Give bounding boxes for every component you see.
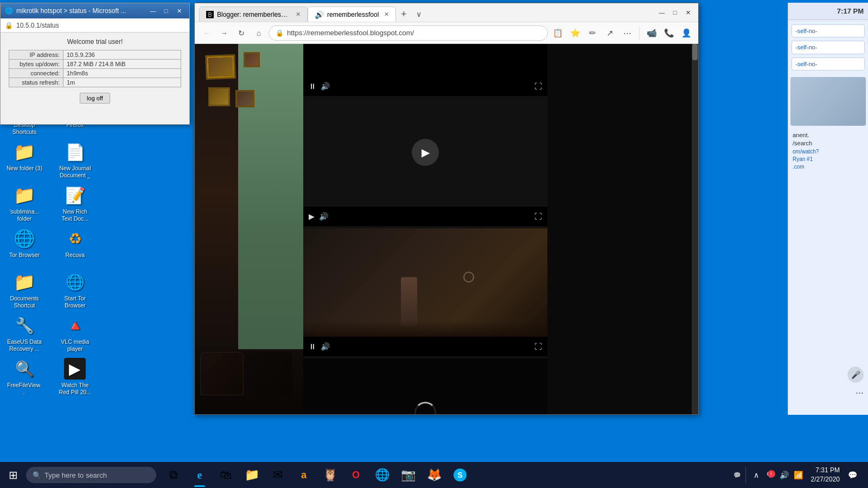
notification-center-button[interactable]: 💬 [846,469,858,481]
tor-browser-icon: 🌐 [14,228,35,249]
swirl [463,272,474,282]
read-mode-button[interactable]: 📋 [550,25,565,41]
tab-remember-label: rememberlessfool [327,11,379,18]
left-dark-area [195,44,303,414]
phone-button[interactable]: 📞 [661,25,676,41]
collections-button[interactable]: ✏ [585,25,600,41]
bytes-row: bytes up/down: 187.2 MiB / 214.8 MiB [9,60,181,69]
desktop-icon-vlc[interactable]: 🔺 VLC media player [56,312,94,355]
maximize-button[interactable]: □ [160,6,172,16]
taskbar-search[interactable]: 🔍 Type here to search [26,467,156,483]
taskbar-app-browser-unknown[interactable]: 🌐 [369,462,395,488]
desktop-icon-recuva[interactable]: ♻ Recuva [56,225,94,268]
taskbar-clock[interactable]: 7:31 PM 2/27/2020 [807,466,844,484]
taskbar-app-files[interactable]: 📁 [239,462,265,488]
video-call-button[interactable]: 📹 [644,25,659,41]
browser-minimize-button[interactable]: — [656,8,668,17]
bytes-value: 187.2 MiB / 214.8 MiB [63,60,181,69]
pause-btn-3[interactable]: ⏸ [309,342,316,351]
tray-volume[interactable]: 🔊 [778,469,790,481]
settings-button[interactable]: ⋯ [620,25,635,41]
profile-button[interactable]: 👤 [679,25,694,41]
fullscreen-btn-1[interactable]: ⛶ [534,82,542,91]
taskbar-app-store[interactable]: 🛍 [213,462,239,488]
desktop-icon-watch-red-pill[interactable]: ▶ Watch The Red Pill 20... [56,355,94,399]
taskbar-app-tripadvisor[interactable]: 🦉 [317,462,343,488]
browser-close-button[interactable]: ✕ [682,8,694,17]
video-player-2: ▶ ▶ 🔊 ⛶ [303,98,547,226]
tor-browser-label: Tor Browser [9,252,40,259]
home-button[interactable]: ⌂ [251,25,266,41]
freefileview-icon: 🔍 [14,358,35,380]
minimize-button[interactable]: — [147,6,159,16]
start-button[interactable]: ⊞ [0,462,26,488]
new-tab-button[interactable]: + [396,7,411,22]
chair-right [244,352,292,395]
taskbar-app-camera[interactable]: 📷 [395,462,421,488]
windows-icon: ⊞ [9,468,18,481]
sidebar-text-search: /search [793,139,864,147]
refresh-button[interactable]: ↻ [234,25,249,41]
tab-overflow-button[interactable]: ∨ [411,7,426,22]
mic-button[interactable]: 🎤 [847,367,864,383]
tray-show-more[interactable]: ∧ [750,469,762,481]
mikrotik-content: Welcome trial user! IP address: 10.5.9.2… [1,33,189,109]
tray-security[interactable]: 🛡 ! [764,469,776,481]
fullscreen-btn-2[interactable]: ⛶ [534,212,542,221]
desktop-icon-sublimina[interactable]: 📁 'sublimina... folder [5,182,43,225]
toolbar-separator [639,27,640,40]
taskbar-app-edge[interactable]: e [187,462,213,488]
browser-maximize-button[interactable]: □ [669,8,681,17]
play-btn-2[interactable]: ▶ [309,212,315,221]
taskbar: ⊞ 🔍 Type here to search ⧉ e 🛍 📁 ✉ a [0,462,868,488]
connected-value: 1h9m8s [63,69,181,78]
volume-btn-3[interactable]: 🔊 [321,342,330,351]
mikrotik-status-window: 🌐 mikrotik hotspot > status - Microsoft … [0,3,190,125]
taskview-icon: ⧉ [169,468,178,482]
more-options-button[interactable]: ··· [856,387,864,399]
tab-blogger[interactable]: 🅱 Blogger: rememberlessfool ✕ [199,7,308,22]
freefileview-label: FreeFileView... [7,382,42,395]
desktop-icon-new-rich-text[interactable]: 📝 New Rich Text Doc... [56,182,94,225]
desktop-icon-tor-browser[interactable]: 🌐 Tor Browser [5,225,43,268]
close-button[interactable]: ✕ [173,6,185,16]
desktop-icon-easeus[interactable]: 🔧 EaseUS Data Recovery ... [5,312,43,355]
share-button[interactable]: ↗ [602,25,617,41]
video-controls-3: ⏸ 🔊 ⛶ [303,337,547,356]
back-button[interactable]: ← [199,25,214,41]
tray-separator [745,467,746,483]
desktop-icon-new-folder-3[interactable]: 📁 New folder (3) [5,138,43,182]
amazon-icon: a [301,470,307,481]
taskbar-app-skype[interactable]: S [447,462,473,488]
volume-btn-1[interactable]: 🔊 [321,82,330,91]
taskbar-apps: ⧉ e 🛍 📁 ✉ a 🦉 O 🌐 [161,462,473,488]
taskbar-app-taskview[interactable]: ⧉ [161,462,187,488]
pause-btn-1[interactable]: ⏸ [309,82,316,91]
play-overlay-2[interactable]: ▶ [412,139,439,166]
tab-blogger-label: Blogger: rememberlessfool [217,11,290,18]
taskbar-app-mail[interactable]: ✉ [265,462,291,488]
address-bar[interactable]: 🔒 https://rememeberlessfool.blogspot.com… [269,25,548,41]
fullscreen-btn-3[interactable]: ⛶ [534,342,542,351]
start-tor-label: Start Tor Browser [57,295,93,309]
tray-wifi[interactable]: 📶 [793,469,805,481]
logoff-button[interactable]: log off [80,93,110,104]
taskbar-app-amazon[interactable]: a [291,462,317,488]
browser-unknown-icon: 🌐 [375,468,390,482]
desktop-icon-start-tor[interactable]: 🌐 Start Tor Browser [56,268,94,312]
chair-left [200,352,244,395]
tab-remember[interactable]: 🔊 rememberlessfool ✕ [308,7,396,22]
forward-button[interactable]: → [216,25,232,41]
desktop-icon-new-journal[interactable]: 📄 New Journal Document _ [56,138,94,182]
desktop-icon-documents[interactable]: 📁 Documents Shortcut [5,268,43,312]
favorites-button[interactable]: ⭐ [567,25,583,41]
taskbar-app-unknown2[interactable]: 🦊 [421,462,447,488]
taskbar-app-opera[interactable]: O [343,462,369,488]
titlebar-controls: — □ ✕ [147,6,185,16]
tab-remember-close[interactable]: ✕ [384,11,389,18]
scrollbar-thumb[interactable] [692,44,698,60]
desktop-icon-freefileview[interactable]: 🔍 FreeFileView... [5,355,43,399]
volume-btn-2[interactable]: 🔊 [319,212,328,221]
tab-blogger-close[interactable]: ✕ [296,11,301,18]
show-desktop-button[interactable] [860,462,864,488]
